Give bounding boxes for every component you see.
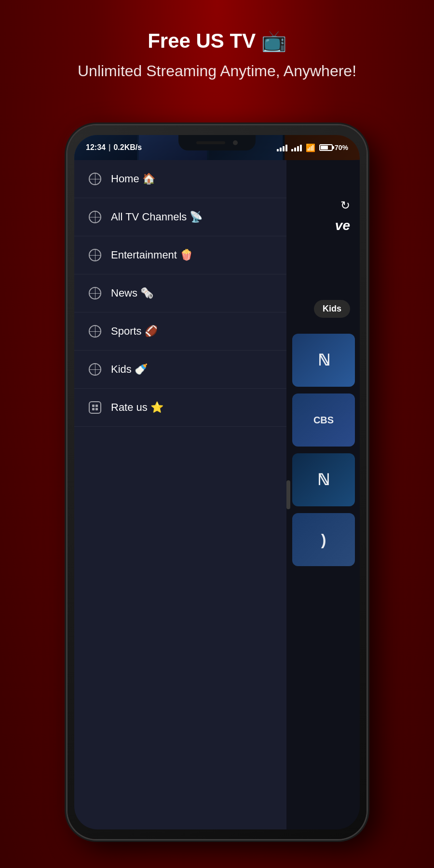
signal-bar-1 bbox=[277, 149, 279, 151]
kids-globe-icon bbox=[89, 363, 101, 376]
battery-fill bbox=[321, 146, 328, 149]
drawer-side-handle[interactable] bbox=[286, 480, 290, 509]
entertainment-label: Entertainment 🍿 bbox=[111, 249, 193, 261]
status-right: 📶 70% bbox=[277, 143, 348, 152]
signal-bars-1 bbox=[277, 144, 287, 151]
channel-logo-4: ) bbox=[321, 531, 326, 549]
app-subtitle: Unlimited Streaming Anytime, Anywhere! bbox=[0, 60, 434, 82]
signal-bar-3 bbox=[283, 146, 285, 151]
live-text: ve bbox=[335, 218, 350, 233]
kids-label: Kids 🍼 bbox=[111, 363, 148, 376]
drawer-menu: Home 🏠 All TV Channels 📡 Entertainment 🍿… bbox=[74, 160, 286, 829]
screen-content: 12:34 | 0.2KB/s bbox=[74, 135, 360, 829]
battery-percent: 70% bbox=[335, 144, 348, 151]
channel-logo-2: CBS bbox=[313, 415, 334, 426]
news-globe-icon bbox=[89, 287, 101, 299]
svg-rect-3 bbox=[95, 408, 98, 410]
right-channels: ℕ CBS ℕ ) bbox=[292, 334, 355, 566]
signal-bar-4 bbox=[285, 145, 287, 151]
sports-globe-icon bbox=[89, 325, 101, 338]
channel-logo-3: ℕ bbox=[317, 471, 330, 489]
refresh-button[interactable]: ↻ bbox=[340, 199, 350, 212]
entertainment-globe-icon bbox=[89, 249, 101, 261]
rate-app-icon bbox=[89, 401, 101, 414]
camera-dot bbox=[233, 140, 238, 145]
channel-thumb-3[interactable]: ℕ bbox=[292, 453, 355, 506]
news-label: News 🗞️ bbox=[111, 287, 153, 299]
sports-label: Sports 🏈 bbox=[111, 325, 158, 338]
refresh-icon: ↻ bbox=[340, 199, 350, 212]
phone-screen: 12:34 | 0.2KB/s bbox=[74, 135, 360, 829]
menu-item-sports[interactable]: Sports 🏈 bbox=[74, 312, 286, 351]
signal-bar-7 bbox=[297, 146, 299, 151]
kids-tab-button[interactable]: Kids bbox=[314, 300, 350, 318]
menu-item-home[interactable]: Home 🏠 bbox=[74, 160, 286, 198]
all-tv-label: All TV Channels 📡 bbox=[111, 211, 203, 223]
channel-thumb-2[interactable]: CBS bbox=[292, 393, 355, 447]
title-text: Free US TV 📺 bbox=[148, 29, 286, 53]
menu-item-kids[interactable]: Kids 🍼 bbox=[74, 351, 286, 389]
menu-item-news[interactable]: News 🗞️ bbox=[74, 274, 286, 312]
rate-label: Rate us ⭐ bbox=[111, 401, 163, 414]
header-section: Free US TV 📺 Unlimited Streaming Anytime… bbox=[0, 0, 434, 96]
status-left: 12:34 | 0.2KB/s bbox=[86, 143, 142, 152]
channel-thumb-4[interactable]: ) bbox=[292, 513, 355, 566]
svg-rect-0 bbox=[92, 405, 95, 407]
subtitle-text: Unlimited Streaming Anytime, Anywhere! bbox=[78, 62, 356, 80]
svg-rect-2 bbox=[92, 408, 95, 410]
right-panel: ↻ ve Kids ℕ bbox=[283, 160, 360, 829]
home-globe-icon bbox=[89, 173, 101, 185]
time-display: 12:34 bbox=[86, 143, 106, 152]
phone-container: 12:34 | 0.2KB/s bbox=[68, 125, 366, 839]
channel-thumb-1[interactable]: ℕ bbox=[292, 334, 355, 387]
page-background: Free US TV 📺 Unlimited Streaming Anytime… bbox=[0, 0, 434, 868]
svg-rect-1 bbox=[95, 405, 98, 407]
app-title: Free US TV 📺 bbox=[0, 29, 434, 53]
signal-bar-6 bbox=[294, 148, 296, 151]
menu-item-entertainment[interactable]: Entertainment 🍿 bbox=[74, 236, 286, 274]
battery-container: 70% bbox=[319, 144, 348, 151]
speed-separator: | bbox=[108, 143, 110, 152]
phone-notch bbox=[178, 135, 256, 150]
speaker-bar bbox=[196, 141, 225, 144]
channel-logo-1: ℕ bbox=[318, 351, 330, 369]
home-label: Home 🏠 bbox=[111, 173, 155, 185]
signal-bars-2 bbox=[291, 144, 302, 151]
menu-item-rate[interactable]: Rate us ⭐ bbox=[74, 389, 286, 427]
signal-bar-5 bbox=[291, 149, 293, 151]
battery-icon bbox=[319, 144, 333, 151]
signal-bar-2 bbox=[280, 148, 282, 151]
all-tv-globe-icon bbox=[89, 211, 101, 223]
speed-display: 0.2KB/s bbox=[113, 143, 142, 152]
menu-item-all-tv[interactable]: All TV Channels 📡 bbox=[74, 198, 286, 236]
kids-tab-label: Kids bbox=[323, 304, 341, 313]
signal-bar-8 bbox=[300, 145, 302, 151]
wifi-icon: 📶 bbox=[306, 143, 315, 152]
